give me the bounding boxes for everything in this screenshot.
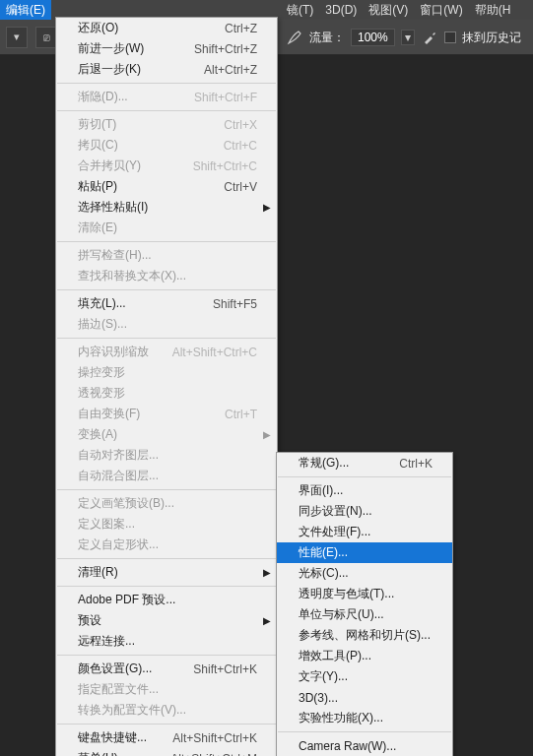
pref-menu-item[interactable]: 参考线、网格和切片(S)... xyxy=(277,625,452,646)
menu-item-label: 自动对齐图层... xyxy=(78,447,257,464)
edit-menu-item: 变换(A)▶ xyxy=(56,424,277,445)
pref-menu-item[interactable]: 性能(E)... xyxy=(277,542,452,563)
toolbar-button-2[interactable]: ⎚ xyxy=(35,27,57,48)
menu-item-label: 文件处理(F)... xyxy=(299,524,433,540)
edit-menu-item[interactable]: 选择性粘贴(I)▶ xyxy=(56,197,277,218)
pref-menu-item[interactable]: 光标(C)... xyxy=(277,563,452,584)
edit-menu-item[interactable]: 还原(O)Ctrl+Z xyxy=(56,18,277,38)
menu-item-label: Adobe PDF 预设... xyxy=(78,592,257,608)
pref-menu-item[interactable]: 增效工具(P)... xyxy=(277,646,452,666)
edit-menu-item: 合并拷贝(Y)Shift+Ctrl+C xyxy=(56,156,277,176)
edit-menu-item: 操控变形 xyxy=(56,362,277,383)
edit-menu-item[interactable]: 颜色设置(G)...Shift+Ctrl+K xyxy=(56,659,277,679)
menu-separator xyxy=(57,558,276,559)
menu-item-label: 预设 xyxy=(78,612,257,629)
flow-value[interactable]: 100% xyxy=(351,29,395,46)
edit-menu-item: 指定配置文件... xyxy=(56,679,277,700)
pref-menu-item[interactable]: 文字(Y)... xyxy=(277,666,452,687)
menu-item-label: 拷贝(C) xyxy=(78,137,224,154)
edit-menu-item: 定义画笔预设(B)... xyxy=(56,493,277,514)
menu-item-label: 转换为配置文件(V)... xyxy=(78,702,257,719)
edit-menu-item: 透视变形 xyxy=(56,383,277,404)
menu-item-label: 还原(O) xyxy=(78,20,225,36)
menu-item-label: 清理(R) xyxy=(78,564,257,581)
pref-menu-item[interactable]: Camera Raw(W)... xyxy=(277,735,452,756)
pref-menu-item[interactable]: 界面(I)... xyxy=(277,480,452,501)
pref-menu-item[interactable]: 同步设置(N)... xyxy=(277,501,452,522)
menubar-window[interactable]: 窗口(W) xyxy=(414,0,468,20)
menu-item-shortcut: Ctrl+Z xyxy=(225,22,257,35)
edit-menu: 还原(O)Ctrl+Z前进一步(W)Shift+Ctrl+Z后退一步(K)Alt… xyxy=(55,17,278,756)
edit-menu-item[interactable]: 填充(L)...Shift+F5 xyxy=(56,293,277,314)
pref-menu-item[interactable]: 常规(G)...Ctrl+K xyxy=(277,453,452,473)
flow-dropdown[interactable]: ▾ xyxy=(401,30,415,45)
menu-item-label: 文字(Y)... xyxy=(299,668,433,685)
menu-item-label: 单位与标尺(U)... xyxy=(299,606,433,623)
menu-item-label: 键盘快捷键... xyxy=(78,729,172,746)
menu-item-label: 定义画笔预设(B)... xyxy=(78,495,257,512)
menubar-filter[interactable]: 镜(T) xyxy=(281,0,319,20)
edit-menu-item: 查找和替换文本(X)... xyxy=(56,266,277,286)
menu-item-label: 合并拷贝(Y) xyxy=(78,158,193,174)
pref-menu-item[interactable]: 实验性功能(X)... xyxy=(277,708,452,728)
menu-item-label: 实验性功能(X)... xyxy=(299,710,433,726)
pref-menu-item[interactable]: 透明度与色域(T)... xyxy=(277,584,452,604)
menu-separator xyxy=(278,731,451,732)
menu-item-shortcut: Alt+Shift+Ctrl+C xyxy=(172,346,257,359)
menu-item-label: 透明度与色域(T)... xyxy=(299,586,433,602)
preferences-submenu: 常规(G)...Ctrl+K界面(I)...同步设置(N)...文件处理(F).… xyxy=(276,452,453,756)
edit-menu-item: 定义图案... xyxy=(56,514,277,535)
menu-item-shortcut: Ctrl+X xyxy=(224,118,257,132)
menu-item-label: 描边(S)... xyxy=(78,316,257,333)
pref-menu-item[interactable]: 3D(3)... xyxy=(277,687,452,708)
menu-item-shortcut: Ctrl+V xyxy=(224,180,257,194)
submenu-arrow-icon: ▶ xyxy=(263,429,271,440)
menu-item-shortcut: Shift+Ctrl+K xyxy=(193,662,257,676)
menubar-help[interactable]: 帮助(H xyxy=(469,0,517,20)
edit-menu-item: 自由变换(F)Ctrl+T xyxy=(56,404,277,424)
menu-separator xyxy=(57,338,276,339)
menu-item-label: 内容识别缩放 xyxy=(78,344,172,360)
menu-item-shortcut: Ctrl+K xyxy=(399,457,433,471)
menu-item-shortcut: Shift+Ctrl+F xyxy=(194,91,257,104)
edit-menu-item[interactable]: Adobe PDF 预设... xyxy=(56,590,277,610)
menu-item-shortcut: Alt+Shift+Ctrl+M xyxy=(170,752,257,757)
menu-separator xyxy=(57,289,276,290)
edit-menu-item[interactable]: 预设▶ xyxy=(56,610,277,631)
menu-item-label: 3D(3)... xyxy=(299,691,433,705)
menu-item-label: 操控变形 xyxy=(78,364,257,381)
edit-menu-item: 拷贝(C)Ctrl+C xyxy=(56,135,277,156)
edit-menu-item: 内容识别缩放Alt+Shift+Ctrl+C xyxy=(56,342,277,362)
menu-item-shortcut: Shift+Ctrl+C xyxy=(193,159,257,173)
edit-menu-item[interactable]: 粘贴(P)Ctrl+V xyxy=(56,176,277,197)
menu-item-label: 拼写检查(H)... xyxy=(78,247,257,264)
airbrush-icon[interactable] xyxy=(421,29,438,46)
menubar-view[interactable]: 视图(V) xyxy=(363,0,414,20)
menu-item-label: 指定配置文件... xyxy=(78,681,257,698)
edit-menu-item[interactable]: 键盘快捷键...Alt+Shift+Ctrl+K xyxy=(56,727,277,748)
edit-menu-item: 自动对齐图层... xyxy=(56,445,277,466)
pref-menu-item[interactable]: 文件处理(F)... xyxy=(277,522,452,542)
edit-menu-item[interactable]: 前进一步(W)Shift+Ctrl+Z xyxy=(56,38,277,59)
menu-separator xyxy=(57,586,276,587)
toolbar-button-1[interactable]: ▾ xyxy=(6,27,28,48)
menu-item-label: 后退一步(K) xyxy=(78,61,204,78)
menu-item-label: 自由变换(F) xyxy=(78,406,225,422)
menubar-right-group: 镜(T) 3D(D) 视图(V) 窗口(W) 帮助(H xyxy=(281,0,516,20)
pref-menu-item[interactable]: 单位与标尺(U)... xyxy=(277,604,452,625)
menubar-edit[interactable]: 编辑(E) xyxy=(0,0,51,20)
menu-separator xyxy=(57,489,276,490)
flow-label: 流量： xyxy=(309,30,345,46)
edit-menu-item[interactable]: 后退一步(K)Alt+Ctrl+Z xyxy=(56,59,277,80)
menu-separator xyxy=(57,83,276,84)
edit-menu-item: 渐隐(D)...Shift+Ctrl+F xyxy=(56,87,277,107)
menu-item-label: 剪切(T) xyxy=(78,116,224,133)
menu-item-label: 性能(E)... xyxy=(299,544,433,561)
history-checkbox[interactable] xyxy=(444,32,456,43)
menu-item-label: 渐隐(D)... xyxy=(78,89,194,105)
menubar-3d[interactable]: 3D(D) xyxy=(319,0,363,20)
edit-menu-item[interactable]: 远程连接... xyxy=(56,631,277,652)
edit-menu-item[interactable]: 清理(R)▶ xyxy=(56,562,277,583)
menu-item-shortcut: Ctrl+T xyxy=(225,408,257,421)
edit-menu-item[interactable]: 菜单(U)...Alt+Shift+Ctrl+M xyxy=(56,748,277,756)
